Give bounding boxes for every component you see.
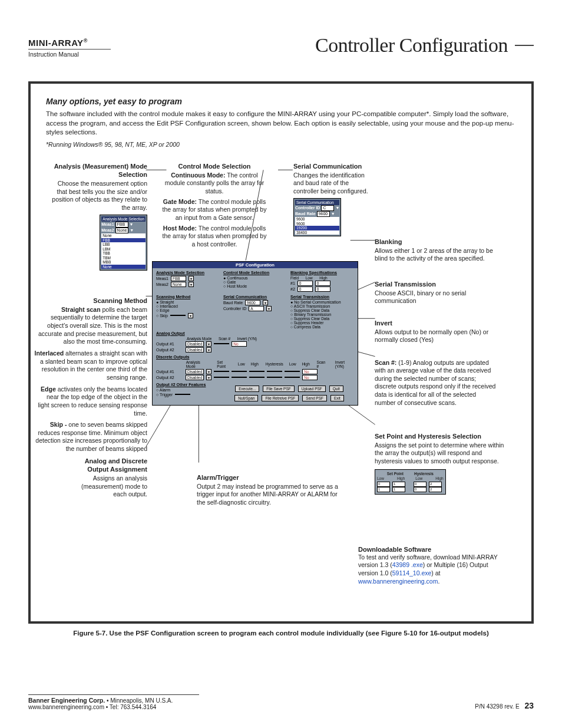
psf-radio-suppress2[interactable]: Suppress Clear Data: [290, 317, 354, 321]
psf-controller-id[interactable]: A: [249, 306, 264, 311]
psf-disc-out1-scan[interactable]: [285, 371, 300, 372]
psf-btn-exit[interactable]: Exit: [330, 395, 344, 401]
callout-analysis-mode: Analysis (Measurement) Mode Selection Ch…: [46, 162, 147, 271]
dropdown-icon[interactable]: ▾: [206, 347, 211, 353]
psf-trigger-field[interactable]: [175, 394, 190, 395]
psf-radio-host[interactable]: Host Mode: [223, 284, 287, 288]
psf-blank1-low[interactable]: 0: [297, 281, 313, 286]
psf-radio-compress[interactable]: Compress Data: [290, 325, 354, 329]
psf-btn-retrieve[interactable]: File Retreive PSF: [262, 395, 299, 401]
footer-company: Banner Engineering Corp.: [28, 697, 105, 704]
psf-btn-null-span[interactable]: Null/Span: [234, 395, 258, 401]
psf-meas1-select[interactable]: FBB: [171, 276, 186, 281]
psf-btn-save[interactable]: File Save PSF: [263, 386, 295, 392]
psf-btn-quit[interactable]: Quit: [329, 386, 343, 392]
dropdown-icon[interactable]: ▾: [266, 306, 272, 311]
psf-radio-ascii[interactable]: ASCII Transmission: [290, 304, 354, 308]
dropdown-icon[interactable]: ▾: [206, 369, 211, 374]
psf-disc-out1-hy-low[interactable]: [249, 371, 265, 372]
psf-radio-edge[interactable]: Edge: [156, 308, 220, 312]
psf-analog-out2-mode[interactable]: Disabled: [186, 347, 204, 353]
page-header: MINI-ARRAY® Instruction Manual Controlle…: [28, 34, 534, 58]
psf-disc-out2-invert[interactable]: No: [302, 375, 318, 380]
psf-skip-field[interactable]: [170, 315, 186, 316]
psf-blank1-high[interactable]: 0: [315, 281, 330, 286]
footer-location: • Minneapolis, MN U.S.A.: [105, 697, 173, 704]
psf-baud-select[interactable]: 9600: [245, 300, 260, 305]
callout-scan-number: Scan #: (1-9) Analog outputs are updated…: [375, 359, 498, 407]
dropdown-icon[interactable]: ▾: [188, 313, 193, 318]
psf-disc-out1-hy-high[interactable]: [267, 371, 282, 372]
psf-meas2-select[interactable]: None: [171, 282, 186, 287]
callout-scanning-method: Scanning Method Straight scan polls each…: [34, 297, 147, 453]
callout-alarm-trigger: Alarm/Trigger Output 2 may instead be pr…: [197, 473, 344, 507]
footer-contact: www.bannerengineering.com • Tel: 763.544…: [28, 704, 156, 710]
figure-frame: Many options, yet easy to program The so…: [28, 81, 534, 624]
callout-control-mode: Control Mode Selection Continuous Mode: …: [161, 162, 267, 249]
psf-radio-skip[interactable]: Skip: [156, 314, 168, 318]
psf-btn-upload[interactable]: Upload PSF: [298, 386, 326, 392]
manual-subtitle: Instruction Manual: [28, 49, 111, 58]
psf-radio-suppress-header[interactable]: Suppress Header: [290, 321, 354, 325]
registered-mark: ®: [84, 38, 88, 44]
download-link-2[interactable]: 59114_10.exe: [392, 569, 432, 577]
psf-blank2-low[interactable]: 0: [297, 286, 313, 292]
intro-body: The software included with the control m…: [46, 110, 516, 137]
page-number: 23: [524, 701, 534, 710]
psf-disc-out1-sp-low[interactable]: [214, 371, 229, 372]
psf-analog-out1-mode[interactable]: Disabled: [186, 341, 204, 347]
psf-btn-send[interactable]: Send PSF: [302, 395, 327, 401]
callout-downloadable-software: Downloadable Software To test and verify…: [358, 545, 500, 586]
psf-titlebar: PSF Configuration: [153, 262, 358, 268]
psf-radio-continuous[interactable]: Continuous: [223, 276, 287, 280]
callout-invert: Invert Allows output to be normally open…: [375, 319, 498, 345]
psf-disc-out2-sp-high[interactable]: [232, 377, 247, 378]
psf-disc-out1-invert[interactable]: No: [302, 369, 318, 374]
psf-analog-out1-invert[interactable]: No: [232, 341, 247, 347]
psf-radio-binary[interactable]: Binary Transmission: [290, 312, 354, 317]
callout-serial-transmission: Serial Transmission Choose ASCII, binary…: [375, 280, 498, 306]
page-footer: Banner Engineering Corp. • Minneapolis, …: [28, 694, 534, 710]
psf-radio-straight[interactable]: Straight: [156, 300, 220, 304]
brand-name: MINI-ARRAY®: [28, 38, 111, 48]
psf-disc-out1-mode[interactable]: Disabled: [186, 369, 204, 374]
section-title: Controller Configuration: [315, 34, 508, 57]
dropdown-icon[interactable]: ▾: [263, 300, 268, 305]
psf-disc-out2-hy-high[interactable]: [267, 377, 282, 378]
psf-disc-out1-sp-high[interactable]: [232, 371, 247, 372]
psf-radio-trigger[interactable]: Trigger: [156, 393, 173, 397]
psf-disc-out2-scan[interactable]: [285, 377, 300, 378]
psf-blank2-high[interactable]: 0: [315, 286, 330, 292]
psf-radio-no-serial[interactable]: No Serial Communication: [290, 300, 354, 304]
serial-comm-popup: Serial Communication Controller IDC▼ Bau…: [293, 198, 341, 236]
intro-heading: Many options, yet easy to program: [46, 97, 516, 106]
psf-radio-gate[interactable]: Gate: [223, 280, 287, 284]
figure-caption: Figure 5-7. Use the PSF Configuration sc…: [28, 630, 534, 637]
callout-blanking: Blanking Allows either 1 or 2 areas of t…: [375, 238, 498, 263]
psf-disc-out2-mode[interactable]: Disabled: [186, 375, 204, 380]
download-link-1[interactable]: 43989 .exe: [392, 561, 423, 568]
psf-disc-out2-sp-low[interactable]: [214, 377, 229, 378]
analysis-mode-popup: Analysis Mode Selection Meas1FBB▼ Meas2N…: [100, 215, 147, 271]
setpoint-popup: Set PointHysteresis LowHigh LowHigh 01 0…: [375, 469, 446, 495]
header-rule: [515, 45, 534, 46]
dropdown-icon[interactable]: ▾: [189, 276, 194, 281]
footer-part-number: P/N 43298 rev. E: [475, 703, 519, 710]
psf-radio-alarm[interactable]: Alarm: [156, 388, 221, 392]
intro-footnote: *Running Windows® 95, 98, NT, ME, XP or …: [46, 141, 516, 148]
dropdown-icon[interactable]: ▾: [189, 282, 194, 287]
callout-analog-discrete: Analog and Discrete Output Assignment As…: [70, 457, 147, 499]
psf-radio-suppress1[interactable]: Suppress Clear Data: [290, 308, 354, 312]
callout-serial-comm: Serial Communication Changes the identif…: [293, 162, 370, 237]
psf-analog-out1-scan[interactable]: [214, 343, 229, 344]
dropdown-icon[interactable]: ▾: [206, 341, 211, 347]
download-link-site[interactable]: www.bannerengineering.com: [358, 578, 438, 585]
dropdown-icon[interactable]: ▾: [206, 375, 211, 380]
psf-radio-interlaced[interactable]: Interlaced: [156, 304, 220, 308]
callout-setpoint-hysteresis: Set Point and Hysteresis Selection Assig…: [375, 432, 504, 495]
psf-disc-out2-hy-low[interactable]: [249, 377, 265, 378]
psf-btn-execute[interactable]: Execute...: [235, 386, 259, 392]
psf-config-window: PSF Configuration Analysis Mode Selectio…: [152, 261, 358, 406]
